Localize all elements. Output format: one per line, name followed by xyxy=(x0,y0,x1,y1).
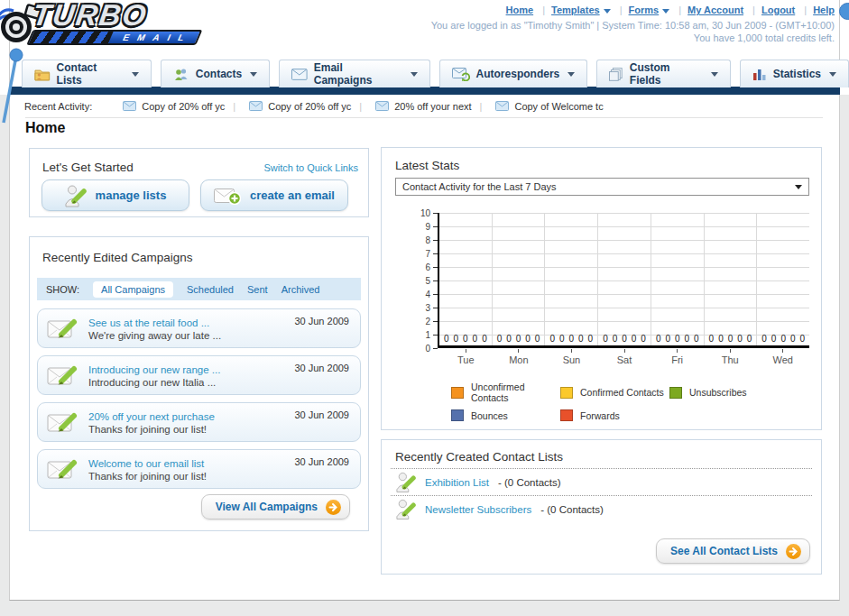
chart-plot: 00000000000000000000000000000000000 xyxy=(438,213,809,348)
x-tick-label: Sat xyxy=(598,349,651,365)
latest-stats-card: Latest Stats Contact Activity for the La… xyxy=(381,147,822,430)
session-line1: You are logged in as "Timothy Smith" | S… xyxy=(431,19,835,32)
y-tick: 5 xyxy=(412,276,438,285)
top-nav-templates[interactable]: Templates xyxy=(536,5,610,15)
person-edit-icon xyxy=(396,498,416,520)
x-tick-label: Thu xyxy=(704,349,757,365)
envelope-autorespond-icon xyxy=(452,68,470,81)
contact-list-name-link[interactable]: Exhibition List xyxy=(425,477,489,488)
filter-sent[interactable]: Sent xyxy=(247,284,268,295)
session-info: You are logged in as "Timothy Smith" | S… xyxy=(431,19,835,44)
top-nav: Home Templates Forms My Account Logout H… xyxy=(506,5,835,15)
recent-activity-text: Copy of Welcome tc xyxy=(514,101,603,112)
top-nav-help[interactable]: Help xyxy=(798,5,835,15)
people-icon xyxy=(173,68,189,81)
tab-label: Contact Lists xyxy=(57,61,124,87)
chart-day-column: 00000 xyxy=(597,213,651,345)
chart-plot-columns: 00000000000000000000000000000000000 xyxy=(439,213,809,345)
campaign-list: See us at the retail food ... We're givi… xyxy=(37,308,361,489)
contact-lists-title: Recently Created Contact Lists xyxy=(395,450,563,464)
chevron-down-icon xyxy=(662,9,669,14)
filter-scheduled[interactable]: Scheduled xyxy=(187,284,234,295)
stats-dropdown[interactable]: Contact Activity for the Last 7 Days xyxy=(395,178,809,196)
top-nav-forms[interactable]: Forms xyxy=(614,5,669,15)
top-nav-logout[interactable]: Logout xyxy=(746,5,795,15)
person-edit-icon xyxy=(65,184,87,207)
see-all-contact-lists-button[interactable]: See All Contact Lists xyxy=(656,538,810,564)
campaign-row[interactable]: Welcome to our email list Thanks for joi… xyxy=(37,449,361,489)
tab-autoresponders[interactable]: Autoresponders xyxy=(439,60,588,87)
tab-email-campaigns[interactable]: Email Campaigns xyxy=(279,60,429,87)
legend-item: Unconfirmed Contacts xyxy=(451,382,560,403)
tab-custom-fields[interactable]: Custom Fields xyxy=(596,60,730,87)
tab-label: Custom Fields xyxy=(630,61,703,87)
bar-value-labels: 00000 xyxy=(493,334,545,344)
brand-title: TURBO xyxy=(31,2,204,29)
y-tick: 9 xyxy=(412,222,438,231)
brand-wordmark: TURBO EMAIL xyxy=(29,2,205,45)
view-all-campaigns-button[interactable]: View All Campaigns xyxy=(201,494,350,519)
contact-list-row[interactable]: Exhibition List - (0 Contacts) xyxy=(391,468,812,495)
main-nav-tabs: Contact Lists Contacts Email Campaigns xyxy=(22,60,849,87)
top-nav-my-account[interactable]: My Account xyxy=(672,5,743,15)
x-tick-label: Mon xyxy=(493,349,546,365)
legend-item: Forwards xyxy=(560,409,669,421)
chevron-down-icon xyxy=(604,9,611,14)
envelope-edit-icon xyxy=(47,457,79,482)
x-tick-label: Tue xyxy=(439,349,493,365)
chart-day-column: 00000 xyxy=(651,213,704,345)
y-tick: 10 xyxy=(412,208,438,217)
latest-stats-title: Latest Stats xyxy=(395,159,459,172)
switch-quick-links[interactable]: Switch to Quick Links xyxy=(263,162,358,173)
top-nav-home[interactable]: Home xyxy=(506,5,534,15)
chart-y-axis: 109876543210 xyxy=(395,213,438,348)
envelope-icon xyxy=(375,101,389,111)
campaign-row[interactable]: Introducing our new range ... Introducin… xyxy=(37,355,361,395)
manage-lists-button[interactable]: manage lists xyxy=(42,179,189,211)
recent-activity-item[interactable]: Copy of 20% off yc xyxy=(225,101,351,112)
campaign-row[interactable]: See us at the retail food ... We're givi… xyxy=(37,308,361,348)
bar-value-labels: 00000 xyxy=(705,334,757,344)
filter-archived[interactable]: Archived xyxy=(281,284,320,295)
brand-logo[interactable]: TURBO EMAIL xyxy=(0,2,201,45)
brand-subtitle: EMAIL xyxy=(108,32,199,42)
chart-day-column: 00000 xyxy=(756,213,809,345)
bar-value-labels: 00000 xyxy=(757,334,809,344)
envelope-icon xyxy=(123,101,136,111)
campaign-row[interactable]: 20% off your next purchase Thanks for jo… xyxy=(37,402,361,442)
y-tick: 4 xyxy=(412,290,438,299)
bar-chart-icon xyxy=(752,68,767,80)
view-all-campaigns-label: View All Campaigns xyxy=(216,501,318,513)
contact-list-name-link[interactable]: Newsletter Subscribers xyxy=(425,504,531,515)
contact-list-count: - (0 Contacts) xyxy=(498,477,561,488)
balloon-string-decoration xyxy=(0,45,25,126)
legend-item: Confirmed Contacts xyxy=(560,382,669,403)
campaign-date: 30 Jun 2009 xyxy=(294,409,349,420)
recent-activity-item[interactable]: Copy of 20% off yc xyxy=(123,101,225,112)
chevron-down-icon xyxy=(795,185,802,189)
create-email-button[interactable]: create an email xyxy=(200,179,348,211)
recent-activity-bar: Recent Activity: Copy of 20% off yc xyxy=(0,96,849,116)
arrow-right-icon xyxy=(326,500,341,515)
stats-dropdown-value: Contact Activity for the Last 7 Days xyxy=(402,181,557,192)
envelope-edit-icon xyxy=(47,317,79,341)
legend-swatch xyxy=(451,387,464,399)
tab-contacts[interactable]: Contacts xyxy=(161,60,270,87)
chart-x-axis: TueMonSunSatFriThuWed xyxy=(439,349,809,365)
manage-lists-label: manage lists xyxy=(96,188,167,202)
recent-activity-item[interactable]: 20% off your next xyxy=(351,101,471,112)
recent-activity-item[interactable]: Copy of Welcome tc xyxy=(472,101,604,112)
tab-label: Autoresponders xyxy=(476,68,560,80)
y-tick: 0 xyxy=(412,344,438,353)
tab-statistics[interactable]: Statistics xyxy=(740,60,849,87)
envelope-icon xyxy=(249,101,263,111)
get-started-buttons: manage lists create an email xyxy=(42,179,348,211)
y-tick: 3 xyxy=(412,303,438,312)
page-title: Home xyxy=(25,120,65,136)
contact-list-count: - (0 Contacts) xyxy=(540,504,604,515)
filter-all-campaigns[interactable]: All Campaigns xyxy=(93,281,173,298)
legend-item: Bounces xyxy=(451,409,560,421)
tab-contact-lists[interactable]: Contact Lists xyxy=(22,60,152,87)
contact-list-row[interactable]: Newsletter Subscribers - (0 Contacts) xyxy=(391,495,812,522)
create-email-label: create an email xyxy=(250,188,335,202)
